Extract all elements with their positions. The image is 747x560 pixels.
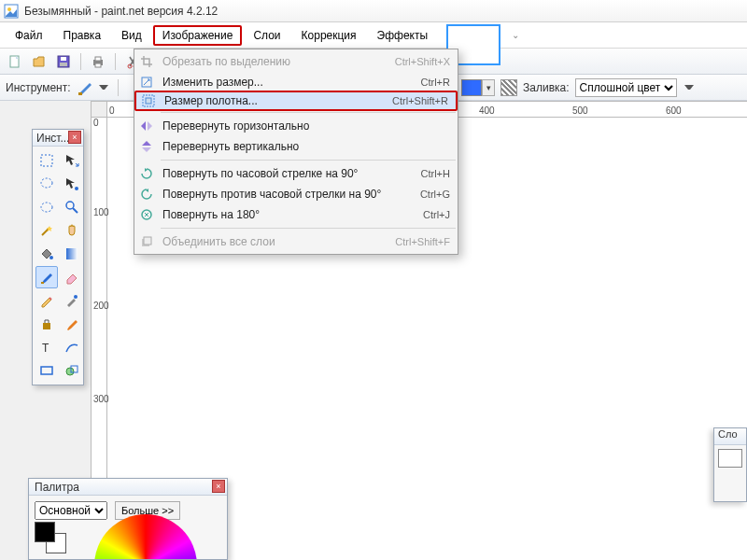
menu-item-label: Обрезать по выделению [162, 55, 388, 68]
svg-rect-18 [41, 155, 52, 166]
svg-point-1 [7, 7, 11, 11]
tool-pan[interactable] [61, 219, 83, 242]
menu-view[interactable]: Вид [112, 25, 151, 46]
menu-separator [161, 112, 456, 113]
svg-rect-11 [78, 92, 82, 95]
tool-eraser[interactable] [61, 266, 83, 288]
menu-item-shortcut: Ctrl+G [420, 189, 450, 200]
ruler-tick: 0 [109, 105, 115, 116]
tools-panel[interactable]: Инст... × T [32, 129, 84, 385]
brush-icon[interactable] [77, 79, 93, 96]
tool-color-picker[interactable] [61, 289, 83, 312]
pattern-swatch[interactable] [500, 79, 517, 96]
palette-panel-title[interactable]: Палитра × [29, 479, 227, 496]
tool-text[interactable]: T [35, 336, 58, 358]
tool-dropdown-icon[interactable] [99, 85, 108, 91]
save-button[interactable] [54, 52, 73, 71]
new-file-button[interactable] [6, 52, 24, 71]
color-mode-select[interactable]: Основной [35, 501, 107, 520]
svg-rect-14 [146, 98, 151, 104]
menu-crop-to-selection[interactable]: Обрезать по выделению Ctrl+Shift+X [134, 51, 458, 72]
menu-flip-vertical[interactable]: Перевернуть вертикально [134, 136, 458, 157]
tools-panel-title-text: Инст... [36, 132, 69, 145]
palette-panel[interactable]: Палитра × Основной Больше >> [28, 478, 228, 560]
tool-ellipse-select[interactable] [35, 196, 58, 218]
ruler-tick: 200 [93, 301, 109, 311]
toolbar-separator [118, 79, 119, 96]
menu-separator [161, 160, 456, 161]
menu-resize[interactable]: Изменить размер... Ctrl+R [134, 72, 458, 92]
menu-item-label: Повернуть против часовой стрелки на 90° [162, 188, 413, 201]
layers-panel-title[interactable]: Сло [714, 428, 746, 445]
menu-item-label: Перевернуть вертикально [162, 140, 443, 153]
fill-mode-select[interactable]: Сплошной цвет [575, 78, 677, 97]
menu-rotate-ccw[interactable]: Повернуть против часовой стрелки на 90° … [134, 184, 458, 204]
close-icon[interactable]: × [68, 131, 81, 144]
layers-panel[interactable]: Сло [713, 427, 747, 502]
menu-item-label: Перевернуть горизонтально [162, 119, 443, 133]
ruler-tick: 500 [572, 105, 588, 116]
title-bar: Безымянный - paint.net версия 4.2.12 [0, 0, 747, 22]
palette-title-text: Палитра [35, 481, 79, 494]
ruler-tick: 300 [93, 394, 109, 404]
menu-item-label: Размер полотна... [164, 94, 385, 107]
menu-item-label: Повернуть на 180° [162, 208, 416, 221]
menu-item-label: Изменить размер... [162, 76, 414, 89]
menu-item-shortcut: Ctrl+Shift+F [395, 236, 450, 247]
layer-thumbnail[interactable] [718, 449, 742, 468]
svg-rect-17 [144, 237, 151, 245]
menu-flatten[interactable]: Объединить все слои Ctrl+Shift+F [134, 231, 458, 252]
menu-image[interactable]: Изображение [153, 25, 243, 46]
tool-clone-stamp[interactable] [35, 313, 58, 335]
menu-file[interactable]: Файл [6, 25, 52, 46]
svg-text:T: T [42, 342, 49, 355]
svg-rect-8 [95, 63, 101, 67]
tool-line[interactable] [61, 336, 83, 358]
menu-flip-horizontal[interactable]: Перевернуть горизонтально [134, 116, 458, 136]
tools-panel-title[interactable]: Инст... × [33, 130, 83, 147]
svg-rect-29 [41, 367, 52, 374]
tool-gradient[interactable] [61, 243, 83, 265]
instrument-label: Инструмент: [6, 81, 71, 94]
image-menu-dropdown: Обрезать по выделению Ctrl+Shift+X Измен… [134, 49, 458, 255]
ruler-tick: 400 [479, 105, 495, 116]
open-file-button[interactable] [30, 52, 49, 71]
menu-rotate-cw[interactable]: Повернуть по часовой стрелке на 90° Ctrl… [134, 163, 458, 184]
canvas-size-icon [140, 92, 157, 109]
close-icon[interactable]: × [212, 480, 225, 493]
tool-rect-select[interactable] [35, 149, 58, 172]
fg-bg-swatches[interactable] [35, 522, 68, 555]
ruler-tick: 600 [666, 105, 682, 116]
svg-point-22 [66, 202, 74, 209]
tool-paintbrush[interactable] [35, 266, 58, 288]
menu-item-label: Повернуть по часовой стрелке на 90° [162, 167, 414, 180]
menu-adjustments[interactable]: Коррекция [292, 25, 366, 46]
tool-magic-wand[interactable] [35, 219, 58, 242]
ruler-corner [91, 101, 107, 118]
fill-group: ▾ Заливка: Сплошной цвет [461, 75, 694, 101]
menu-effects[interactable]: Эффекты [368, 25, 438, 46]
tool-rectangle[interactable] [35, 359, 58, 382]
svg-point-26 [74, 295, 78, 299]
rotate-180-icon [138, 206, 155, 223]
thumbnail-expand-icon[interactable]: ⌄ [512, 30, 519, 40]
menu-edit[interactable]: Правка [54, 25, 111, 46]
tool-move-selection[interactable] [61, 149, 83, 172]
foreground-color-swatch[interactable] [35, 522, 55, 542]
toolbar-separator [115, 53, 116, 70]
tool-shapes[interactable] [61, 359, 83, 382]
ruler-tick: 100 [93, 207, 109, 217]
fill-extra-dropdown-icon[interactable] [684, 85, 694, 91]
menu-item-shortcut: Ctrl+Shift+X [395, 56, 450, 67]
menu-layers[interactable]: Слои [244, 25, 289, 46]
tool-pencil[interactable] [35, 289, 58, 312]
tool-recolor[interactable] [61, 313, 83, 335]
menu-rotate-180[interactable]: Повернуть на 180° Ctrl+J [134, 204, 458, 225]
tool-move-pixels[interactable] [61, 173, 83, 195]
menu-canvas-size[interactable]: Размер полотна... Ctrl+Shift+R [134, 91, 458, 111]
tool-paint-bucket[interactable] [35, 243, 58, 265]
tool-lasso[interactable] [35, 173, 58, 195]
print-button[interactable] [89, 52, 107, 71]
tool-zoom[interactable] [61, 196, 83, 218]
color-swatch-picker[interactable]: ▾ [461, 79, 495, 96]
